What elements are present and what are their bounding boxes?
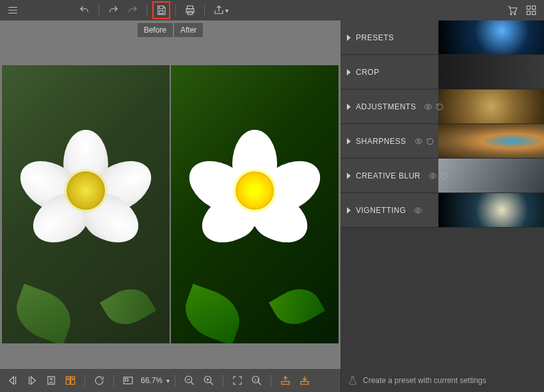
export-icon[interactable] bbox=[296, 372, 314, 389]
separator bbox=[175, 375, 175, 386]
navigator-icon[interactable] bbox=[119, 372, 137, 389]
zoom-dropdown-icon[interactable]: ▾ bbox=[166, 377, 170, 384]
history-back-icon[interactable] bbox=[124, 1, 141, 19]
svg-point-5 bbox=[514, 13, 515, 15]
expand-icon bbox=[347, 104, 351, 110]
svg-rect-17 bbox=[71, 377, 75, 384]
svg-point-13 bbox=[417, 209, 420, 212]
save-button[interactable] bbox=[152, 1, 170, 19]
expand-icon bbox=[347, 138, 351, 145]
eye-icon[interactable] bbox=[428, 171, 437, 180]
import-icon[interactable] bbox=[276, 372, 294, 389]
svg-rect-27 bbox=[301, 382, 308, 385]
panel-adjustments[interactable]: ADJUSTMENTS bbox=[340, 90, 544, 124]
svg-point-15 bbox=[51, 378, 52, 380]
canvas-area: Before After bbox=[0, 20, 340, 369]
actual-size-icon[interactable]: 1:1 bbox=[248, 372, 266, 389]
expand-icon bbox=[347, 69, 351, 75]
svg-rect-0 bbox=[159, 11, 163, 14]
create-preset-button[interactable]: Create a preset with current settings bbox=[340, 369, 544, 392]
compare-labels: Before After bbox=[0, 20, 340, 40]
expand-icon bbox=[347, 207, 351, 214]
cart-icon[interactable] bbox=[503, 1, 521, 19]
svg-point-10 bbox=[427, 106, 429, 108]
after-label: After bbox=[174, 23, 203, 37]
svg-rect-6 bbox=[527, 6, 530, 9]
eye-icon[interactable] bbox=[413, 206, 422, 215]
panel-label: VIGNETTING bbox=[356, 206, 406, 215]
rotate-icon[interactable] bbox=[90, 372, 108, 389]
svg-rect-1 bbox=[188, 6, 193, 9]
svg-point-18 bbox=[67, 379, 68, 380]
panel-presets[interactable]: PRESETS bbox=[340, 20, 544, 55]
top-toolbar: ▾ bbox=[0, 0, 544, 20]
panel-label: PRESETS bbox=[356, 33, 394, 42]
panel-label: SHARPNESS bbox=[356, 137, 406, 146]
panel-vignetting[interactable]: VIGNETTING bbox=[340, 193, 544, 228]
panel-creative-blur[interactable]: CREATIVE BLUR bbox=[340, 159, 544, 193]
single-view-icon[interactable] bbox=[42, 372, 60, 389]
separator bbox=[84, 375, 85, 386]
compare-view-icon[interactable] bbox=[61, 372, 79, 389]
zoom-out-icon[interactable] bbox=[180, 372, 198, 389]
eye-icon[interactable] bbox=[414, 137, 423, 146]
panel-label: CROP bbox=[356, 68, 380, 77]
undo-icon[interactable] bbox=[76, 1, 93, 19]
separator bbox=[204, 4, 205, 16]
svg-rect-8 bbox=[527, 12, 530, 15]
svg-rect-16 bbox=[66, 377, 70, 384]
panel-label: ADJUSTMENTS bbox=[356, 102, 416, 111]
svg-text:1:1: 1:1 bbox=[254, 378, 259, 382]
reset-icon[interactable] bbox=[440, 171, 449, 180]
svg-rect-26 bbox=[282, 382, 289, 385]
zoom-value: 66.7% bbox=[138, 376, 165, 385]
separator bbox=[99, 4, 99, 16]
bottom-toolbar: 66.7% ▾ 1:1 bbox=[0, 369, 340, 392]
next-image-icon[interactable] bbox=[23, 372, 41, 389]
separator bbox=[223, 375, 223, 386]
svg-point-12 bbox=[431, 175, 434, 177]
before-label: Before bbox=[138, 23, 173, 37]
fit-screen-icon[interactable] bbox=[228, 372, 246, 389]
expand-icon bbox=[347, 173, 351, 179]
expand-icon bbox=[347, 35, 351, 41]
print-icon[interactable] bbox=[181, 1, 199, 19]
zoom-in-icon[interactable] bbox=[200, 372, 218, 389]
svg-rect-7 bbox=[532, 6, 536, 9]
before-image bbox=[2, 65, 170, 343]
separator bbox=[271, 375, 271, 386]
grid-icon[interactable] bbox=[522, 1, 540, 19]
after-image bbox=[171, 65, 339, 343]
panel-label: CREATIVE BLUR bbox=[356, 171, 420, 180]
svg-rect-9 bbox=[532, 12, 536, 15]
create-preset-label: Create a preset with current settings bbox=[363, 376, 486, 385]
reset-icon[interactable] bbox=[426, 137, 435, 146]
first-image-icon[interactable] bbox=[4, 372, 22, 389]
redo-icon[interactable] bbox=[104, 1, 122, 19]
eye-icon[interactable] bbox=[424, 102, 433, 111]
menu-icon[interactable] bbox=[4, 1, 22, 19]
svg-rect-21 bbox=[125, 379, 129, 381]
flask-icon bbox=[348, 375, 358, 386]
panel-sharpness[interactable]: SHARPNESS bbox=[340, 124, 544, 159]
reset-icon[interactable] bbox=[435, 102, 444, 111]
panel-crop[interactable]: CROP bbox=[340, 55, 544, 90]
separator bbox=[147, 4, 147, 16]
svg-point-19 bbox=[72, 379, 74, 380]
svg-point-11 bbox=[417, 140, 420, 143]
right-sidebar: PRESETS CROP ADJUSTMENTS SHARPNESS C bbox=[340, 20, 544, 369]
dropdown-caret-icon[interactable]: ▾ bbox=[225, 7, 228, 14]
separator bbox=[175, 4, 176, 16]
svg-point-4 bbox=[510, 13, 511, 15]
separator bbox=[113, 375, 114, 386]
